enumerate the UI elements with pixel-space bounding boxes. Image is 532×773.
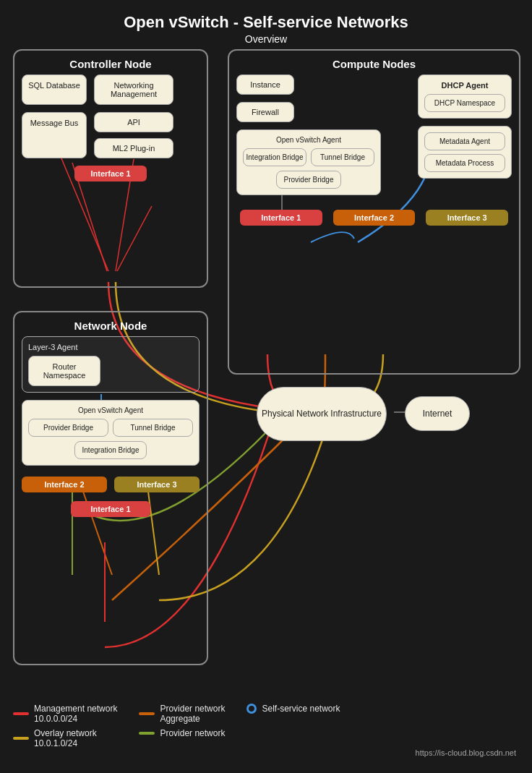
instance-box: Instance (236, 74, 294, 95)
network-node-title: Network Node (22, 320, 200, 332)
network-ovs-label: Open vSwitch Agent (28, 406, 193, 414)
networking-mgmt-box: Networking Management (94, 74, 173, 105)
legend-provider-agg-dot (139, 712, 155, 715)
compute-nodes-title: Compute Nodes (236, 58, 512, 70)
legend-management-dot (13, 712, 29, 715)
metadata-outer: Metadata Agent Metadata Process (418, 126, 512, 179)
legend-overlay-text: Overlay network 10.0.1.0/24 (34, 728, 97, 748)
compute-nodes-box: Compute Nodes Instance Firewall Open vSw… (228, 49, 520, 375)
network-interface2-btn[interactable]: Interface 2 (22, 477, 107, 492)
api-box: API (94, 112, 173, 132)
controller-node-title: Controller Node (22, 58, 200, 70)
compute-integration-bridge: Integration Bridge (243, 148, 306, 166)
compute-interface1-btn[interactable]: Interface 1 (240, 210, 322, 226)
legend-overlay-dot (13, 737, 29, 740)
dhcp-agent-label: DHCP Agent (424, 81, 505, 90)
compute-ovs-agent-box: Open vSwitch Agent Integration Bridge Tu… (236, 129, 381, 195)
network-interface3-btn[interactable]: Interface 3 (114, 477, 200, 492)
message-bus-box: Message Bus (22, 112, 87, 158)
network-tunnel-bridge: Tunnel Bridge (113, 419, 193, 437)
network-integration-bridge: Integration Bridge (74, 441, 147, 459)
network-node-box: Network Node Layer-3 Agent Router Namesp… (13, 311, 208, 665)
firewall-box: Firewall (236, 102, 294, 122)
internet-cloud: Internet (405, 396, 470, 431)
url-text: https://is-cloud.blog.csdn.net (416, 748, 516, 757)
dhcp-agent-outer: DHCP Agent DHCP Namespace (418, 74, 512, 119)
legend-provider-agg-text: Provider network Aggregate (160, 704, 225, 724)
controller-interface1-btn[interactable]: Interface 1 (74, 166, 147, 181)
network-ovs-agent-box: Open vSwitch Agent Provider Bridge Tunne… (22, 400, 200, 466)
compute-interface3-btn[interactable]: Interface 3 (426, 210, 508, 226)
page-title: Open vSwitch - Self-service Networks (0, 0, 532, 32)
network-provider-bridge: Provider Bridge (28, 419, 108, 437)
router-ns-box: Router Namespace (28, 356, 100, 386)
physical-network: Physical Network Infrastructure (257, 387, 387, 441)
dhcp-namespace-box: DHCP Namespace (424, 94, 505, 112)
legend-management-text: Management network 10.0.0.0/24 (34, 704, 117, 724)
legend-provider-text: Provider network (160, 728, 225, 738)
legend: Management network 10.0.0.0/24 Overlay n… (13, 704, 519, 751)
ml2-box: ML2 Plug-in (94, 138, 173, 158)
sql-db-box: SQL Database (22, 74, 87, 105)
compute-ovs-label: Open vSwitch Agent (243, 136, 374, 144)
legend-self-service-text: Self-service network (262, 704, 340, 714)
compute-interface2-btn[interactable]: Interface 2 (333, 210, 416, 226)
controller-node-box: Controller Node SQL Database Networking … (13, 49, 208, 288)
compute-provider-bridge: Provider Bridge (276, 171, 341, 189)
compute-tunnel-bridge: Tunnel Bridge (311, 148, 374, 166)
metadata-process-box: Metadata Process (424, 154, 505, 172)
legend-provider-dot (139, 732, 155, 735)
layer3-label: Layer-3 Agent (28, 343, 193, 351)
network-interface1-btn[interactable]: Interface 1 (71, 501, 150, 517)
page-subtitle: Overview (0, 33, 532, 45)
metadata-agent-box: Metadata Agent (424, 132, 505, 150)
legend-self-service-dot (246, 704, 257, 714)
